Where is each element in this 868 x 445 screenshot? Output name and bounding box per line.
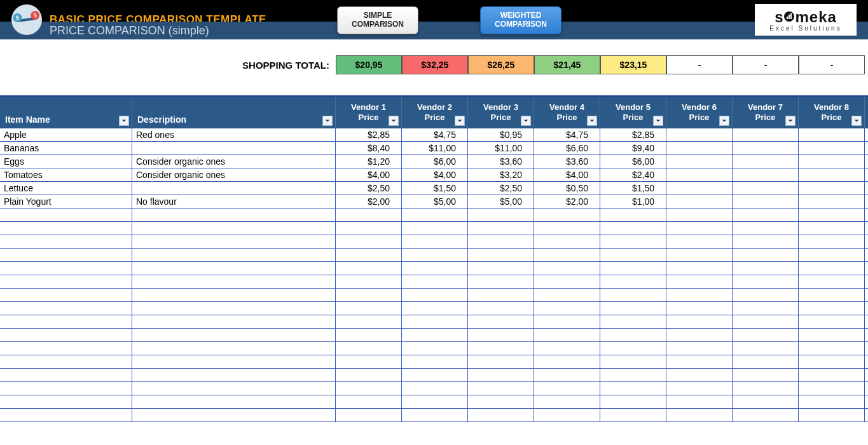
cell-price-vendor-4[interactable] xyxy=(534,222,600,235)
cell-price-vendor-6[interactable] xyxy=(666,315,733,328)
cell-price-vendor-5[interactable]: $6,00 xyxy=(600,155,666,168)
cell-item[interactable]: Plain Yogurt xyxy=(0,195,132,208)
cell-price-vendor-5[interactable] xyxy=(600,382,666,395)
cell-price-vendor-3[interactable] xyxy=(468,315,534,328)
cell-price-vendor-8[interactable] xyxy=(799,222,865,235)
cell-price-vendor-7[interactable] xyxy=(733,235,799,248)
cell-item[interactable] xyxy=(0,262,132,275)
cell-price-vendor-8[interactable] xyxy=(799,128,865,141)
cell-price-vendor-3[interactable] xyxy=(468,209,534,221)
cell-price-vendor-4[interactable] xyxy=(534,302,600,315)
cell-price-vendor-6[interactable] xyxy=(666,128,733,141)
cell-price-vendor-3[interactable]: $0,95 xyxy=(468,128,534,141)
cell-price-vendor-1[interactable] xyxy=(336,275,402,288)
cell-price-vendor-2[interactable] xyxy=(402,382,468,395)
cell-description[interactable] xyxy=(132,182,336,195)
cell-price-vendor-1[interactable] xyxy=(336,329,402,341)
cell-price-vendor-2[interactable] xyxy=(402,369,468,381)
cell-price-vendor-4[interactable] xyxy=(534,342,600,355)
cell-description[interactable] xyxy=(132,315,336,328)
cell-description[interactable] xyxy=(132,222,336,235)
cell-price-vendor-7[interactable] xyxy=(733,168,799,181)
cell-item[interactable] xyxy=(0,289,132,301)
cell-description[interactable] xyxy=(132,302,336,315)
cell-price-vendor-1[interactable]: $2,85 xyxy=(336,128,402,141)
cell-price-vendor-5[interactable] xyxy=(600,342,666,355)
cell-description[interactable]: No flavour xyxy=(132,195,336,208)
cell-price-vendor-7[interactable] xyxy=(733,209,799,221)
cell-price-vendor-6[interactable] xyxy=(666,209,733,221)
cell-price-vendor-5[interactable] xyxy=(600,222,666,235)
cell-description[interactable]: Consider organic ones xyxy=(132,155,336,168)
cell-price-vendor-1[interactable]: $4,00 xyxy=(336,168,402,181)
cell-price-vendor-4[interactable]: $4,75 xyxy=(534,128,600,141)
cell-price-vendor-6[interactable] xyxy=(666,142,733,154)
cell-item[interactable] xyxy=(0,275,132,288)
cell-price-vendor-7[interactable] xyxy=(733,289,799,301)
cell-description[interactable]: Consider organic ones xyxy=(132,168,336,181)
cell-price-vendor-7[interactable] xyxy=(733,329,799,341)
cell-price-vendor-4[interactable] xyxy=(534,382,600,395)
cell-item[interactable] xyxy=(0,329,132,341)
filter-vendor-6[interactable] xyxy=(719,116,729,126)
cell-price-vendor-2[interactable] xyxy=(402,409,468,421)
cell-price-vendor-2[interactable]: $6,00 xyxy=(402,155,468,168)
cell-price-vendor-6[interactable] xyxy=(666,155,733,168)
cell-price-vendor-1[interactable] xyxy=(336,342,402,355)
cell-description[interactable]: Red ones xyxy=(132,128,336,141)
cell-price-vendor-1[interactable] xyxy=(336,209,402,221)
cell-price-vendor-8[interactable] xyxy=(799,329,865,341)
cell-price-vendor-5[interactable] xyxy=(600,209,666,221)
cell-price-vendor-5[interactable] xyxy=(600,409,666,421)
cell-price-vendor-1[interactable]: $2,50 xyxy=(336,182,402,195)
cell-price-vendor-3[interactable] xyxy=(468,409,534,421)
cell-price-vendor-3[interactable] xyxy=(468,302,534,315)
cell-price-vendor-5[interactable]: $1,00 xyxy=(600,195,666,208)
cell-item[interactable]: Apple xyxy=(0,128,132,141)
cell-price-vendor-7[interactable] xyxy=(733,342,799,355)
cell-price-vendor-4[interactable] xyxy=(534,275,600,288)
cell-price-vendor-3[interactable]: $5,00 xyxy=(468,195,534,208)
cell-price-vendor-4[interactable] xyxy=(534,355,600,368)
cell-price-vendor-3[interactable] xyxy=(468,222,534,235)
cell-price-vendor-2[interactable] xyxy=(402,235,468,248)
cell-price-vendor-6[interactable] xyxy=(666,275,733,288)
cell-price-vendor-8[interactable] xyxy=(799,395,865,408)
filter-vendor-1[interactable] xyxy=(389,116,399,126)
cell-price-vendor-7[interactable] xyxy=(733,355,799,368)
cell-price-vendor-3[interactable] xyxy=(468,275,534,288)
cell-price-vendor-6[interactable] xyxy=(666,382,733,395)
cell-item[interactable] xyxy=(0,249,132,261)
cell-price-vendor-8[interactable] xyxy=(799,315,865,328)
cell-price-vendor-7[interactable] xyxy=(733,222,799,235)
cell-price-vendor-1[interactable] xyxy=(336,369,402,381)
cell-price-vendor-2[interactable]: $4,00 xyxy=(402,168,468,181)
cell-price-vendor-8[interactable] xyxy=(799,195,865,208)
cell-price-vendor-3[interactable] xyxy=(468,329,534,341)
cell-price-vendor-2[interactable] xyxy=(402,329,468,341)
cell-price-vendor-2[interactable] xyxy=(402,222,468,235)
cell-price-vendor-1[interactable] xyxy=(336,262,402,275)
cell-description[interactable] xyxy=(132,289,336,301)
cell-price-vendor-3[interactable] xyxy=(468,262,534,275)
cell-price-vendor-7[interactable] xyxy=(733,262,799,275)
cell-price-vendor-1[interactable] xyxy=(336,289,402,301)
cell-price-vendor-8[interactable] xyxy=(799,342,865,355)
cell-price-vendor-1[interactable] xyxy=(336,315,402,328)
cell-price-vendor-5[interactable]: $2,85 xyxy=(600,128,666,141)
cell-price-vendor-7[interactable] xyxy=(733,382,799,395)
cell-description[interactable] xyxy=(132,142,336,154)
filter-vendor-7[interactable] xyxy=(785,116,796,126)
cell-price-vendor-1[interactable]: $1,20 xyxy=(336,155,402,168)
cell-price-vendor-4[interactable] xyxy=(534,409,600,421)
cell-price-vendor-3[interactable] xyxy=(468,369,534,381)
cell-price-vendor-3[interactable]: $2,50 xyxy=(468,182,534,195)
cell-price-vendor-3[interactable] xyxy=(468,249,534,261)
cell-description[interactable] xyxy=(132,395,336,408)
cell-price-vendor-5[interactable]: $1,50 xyxy=(600,182,666,195)
cell-price-vendor-8[interactable] xyxy=(799,275,865,288)
filter-vendor-5[interactable] xyxy=(653,116,663,126)
filter-vendor-3[interactable] xyxy=(521,116,531,126)
cell-price-vendor-7[interactable] xyxy=(733,182,799,195)
cell-price-vendor-5[interactable] xyxy=(600,315,666,328)
